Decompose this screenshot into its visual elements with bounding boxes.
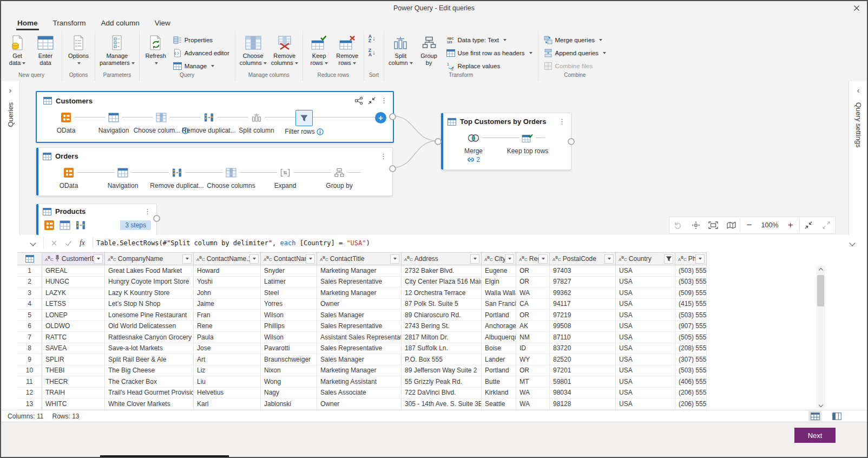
cell[interactable]: LAZYK xyxy=(42,287,105,299)
zoom-out-button[interactable]: − xyxy=(740,218,758,233)
cell[interactable]: Liz xyxy=(194,365,261,377)
query-step[interactable]: Split column xyxy=(233,110,280,134)
cell[interactable]: Sales Representative xyxy=(317,343,402,355)
column-header-ContactName.2[interactable]: ABCContactName.2 xyxy=(261,253,317,265)
cell[interactable]: Rene xyxy=(194,321,261,332)
cell[interactable]: Let's Stop N Shop xyxy=(105,299,194,310)
query-step[interactable]: Group by xyxy=(312,165,366,189)
column-dropdown-icon[interactable] xyxy=(249,254,259,264)
query-step[interactable]: OData xyxy=(42,165,96,189)
cell[interactable]: MT xyxy=(516,376,550,388)
reset-layout-icon[interactable] xyxy=(669,218,687,233)
steps-count-badge[interactable]: 3 steps xyxy=(120,220,151,230)
advanced-editor-button[interactable]: Advanced editor xyxy=(170,47,232,59)
column-header-ContactTitle[interactable]: ABCContactTitle xyxy=(317,253,402,265)
cell[interactable]: OLDWO xyxy=(42,321,105,332)
cell[interactable]: USA xyxy=(616,287,675,299)
vertical-scrollbar[interactable] xyxy=(816,266,825,409)
column-header-Country[interactable]: ABCCountry xyxy=(616,253,675,265)
tab-home[interactable]: Home xyxy=(10,17,45,31)
cell[interactable]: 722 DaVinci Blvd. xyxy=(402,388,482,399)
cell[interactable]: San Francis... xyxy=(482,299,516,310)
query-menu-icon[interactable]: ⋮ xyxy=(380,98,387,103)
query-menu-icon[interactable]: ⋮ xyxy=(144,209,151,214)
close-icon[interactable] xyxy=(852,4,862,12)
cell[interactable]: White Clover Markets xyxy=(105,398,194,410)
row-number[interactable]: 10 xyxy=(17,365,42,377)
sort-descending-button[interactable]: ZA↓ xyxy=(367,47,377,58)
properties-button[interactable]: Properties xyxy=(170,34,232,46)
output-port-orders[interactable] xyxy=(389,165,396,172)
column-dropdown-icon[interactable] xyxy=(306,254,315,264)
fit-to-screen-icon[interactable] xyxy=(705,218,722,233)
cell[interactable]: Marketing Manager xyxy=(317,287,402,299)
cell[interactable]: USA xyxy=(616,343,675,355)
cell[interactable]: (907) 555-75... xyxy=(675,321,707,332)
column-header-City[interactable]: ABCCity xyxy=(482,253,516,265)
table-corner-icon[interactable] xyxy=(17,253,42,265)
query-step[interactable]: Navigation xyxy=(90,110,137,134)
cell[interactable]: 2732 Baker Blvd. xyxy=(402,265,482,277)
cell[interactable]: Marketing Manager xyxy=(317,365,402,377)
query-step[interactable]: Expand xyxy=(258,165,312,189)
cell[interactable]: Pavarotti xyxy=(261,343,317,355)
cell[interactable]: OR xyxy=(516,277,550,288)
cell[interactable]: AK xyxy=(516,321,550,332)
cell[interactable]: CA xyxy=(516,299,550,310)
cell[interactable]: Assistant Sales Representati... xyxy=(317,332,402,343)
cell[interactable]: LETSS xyxy=(42,299,105,310)
cell[interactable]: OR xyxy=(516,265,550,277)
schema-view-icon[interactable] xyxy=(830,411,843,421)
data-type-button[interactable]: ABC123 Data type: Text xyxy=(444,34,535,46)
remove-columns-button[interactable]: Remove columns xyxy=(269,32,300,66)
keep-rows-button[interactable]: Keep rows xyxy=(306,32,333,66)
cell[interactable]: THECR xyxy=(42,376,105,388)
query-step[interactable]: Keep top rows xyxy=(501,130,555,155)
row-number[interactable]: 12 xyxy=(17,388,42,399)
cell[interactable]: 2817 Milton Dr. xyxy=(402,332,482,343)
refresh-button[interactable]: Refresh xyxy=(142,32,169,66)
column-header-Region[interactable]: ABCRegion xyxy=(516,253,550,265)
cell[interactable]: Old World Delicatessen xyxy=(105,321,194,332)
cell[interactable]: USA xyxy=(616,365,675,377)
cell[interactable]: Nixon xyxy=(261,365,317,377)
column-dropdown-icon[interactable] xyxy=(470,254,479,264)
query-box-customers[interactable]: Customers ⋮ ODataNavigationChoose colum.… xyxy=(36,91,394,143)
sort-ascending-button[interactable]: AZ↓ xyxy=(367,32,377,44)
query-step[interactable]: Choose columns xyxy=(204,165,258,189)
column-dropdown-icon[interactable] xyxy=(390,254,399,264)
cell[interactable]: 55 Grizzly Peak Rd. xyxy=(402,376,482,388)
column-header-Address[interactable]: ABCAddress xyxy=(402,253,482,265)
cell[interactable]: USA xyxy=(616,376,675,388)
row-number[interactable]: 5 xyxy=(17,310,42,321)
cell[interactable]: USA xyxy=(616,354,675,365)
input-port-top-customers[interactable] xyxy=(435,138,442,145)
cell[interactable]: 98034 xyxy=(550,388,616,399)
cell[interactable]: Split Rail Beer & Ale xyxy=(105,354,194,365)
pan-icon[interactable] xyxy=(687,218,705,233)
cell[interactable]: SPLIR xyxy=(42,354,105,365)
cell[interactable]: 83720 xyxy=(550,343,616,355)
column-header-ContactName.1[interactable]: ABCContactName.1 xyxy=(194,253,261,265)
cell[interactable]: Eugene xyxy=(482,265,516,277)
tab-add-column[interactable]: Add column xyxy=(94,17,147,31)
cell[interactable]: Yorres xyxy=(261,299,317,310)
cell[interactable]: Wilson xyxy=(261,310,317,321)
cell[interactable]: (415) 555-59... xyxy=(675,299,707,310)
cell[interactable]: (206) 555-82... xyxy=(675,388,707,399)
cell[interactable]: Lonesome Pine Restaurant xyxy=(105,310,194,321)
cell[interactable]: Latimer xyxy=(261,277,317,288)
column-header-Phone[interactable]: ABCPhone xyxy=(675,253,707,265)
row-number[interactable]: 7 xyxy=(17,332,42,343)
cell[interactable]: Marketing Manager xyxy=(317,265,402,277)
cell[interactable]: 99362 xyxy=(550,287,616,299)
cell[interactable]: 89 Chiaroscuro Rd. xyxy=(402,310,482,321)
query-box-top-customers[interactable]: Top Customers by Orders ⋮ Merge2Keep top… xyxy=(440,113,571,170)
column-header-PostalCode[interactable]: ABCPostalCode xyxy=(550,253,616,265)
options-button[interactable]: Options xyxy=(65,32,92,66)
commit-formula-icon[interactable] xyxy=(61,236,75,250)
cell[interactable]: WA xyxy=(516,287,550,299)
query-step[interactable]: Merge2 xyxy=(446,130,501,163)
cell[interactable]: Paula xyxy=(194,332,261,343)
cell[interactable]: Walla Walla xyxy=(482,287,516,299)
